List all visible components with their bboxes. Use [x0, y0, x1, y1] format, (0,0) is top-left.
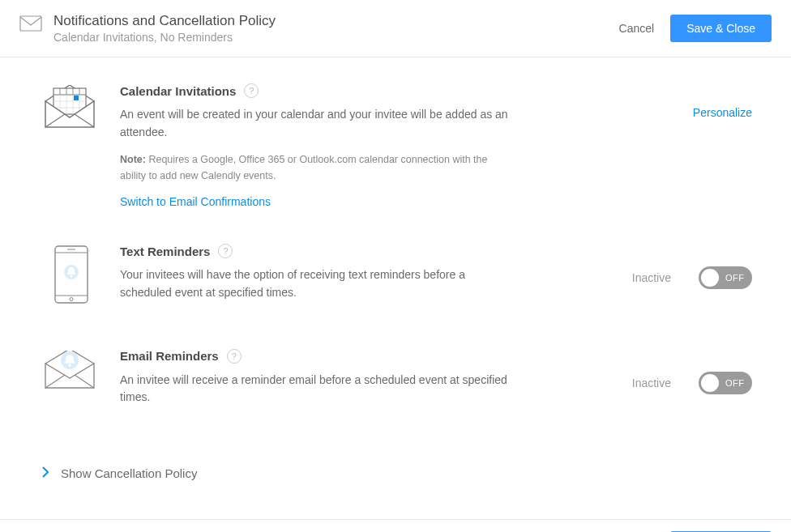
- section-controls: Personalize: [693, 83, 752, 208]
- section-heading: Email Reminders ?: [120, 349, 509, 364]
- section-calendar-invitations: Calendar Invitations ? An event will be …: [42, 83, 752, 208]
- section-note: Note: Requires a Google, Office 365 or O…: [120, 152, 509, 184]
- section-title: Email Reminders: [120, 349, 219, 363]
- help-icon[interactable]: ?: [218, 244, 233, 258]
- svg-point-24: [68, 364, 71, 367]
- status-text: Inactive: [632, 372, 671, 389]
- envelope-bell-icon: [42, 349, 100, 418]
- section-heading: Text Reminders ?: [120, 244, 509, 258]
- page-subtitle: Calendar Invitations, No Reminders: [53, 31, 619, 44]
- content: Calendar Invitations ? An event will be …: [0, 57, 791, 496]
- section-heading: Calendar Invitations ?: [120, 83, 509, 98]
- section-title: Calendar Invitations: [120, 84, 236, 98]
- text-reminders-toggle[interactable]: OFF: [699, 266, 752, 289]
- section-text-reminders: Text Reminders ? Your invitees will have…: [42, 244, 752, 313]
- page-title: Notifications and Cancellation Policy: [53, 13, 619, 29]
- section-title: Text Reminders: [120, 245, 210, 258]
- section-description: An event will be created in your calenda…: [120, 106, 509, 141]
- footer: Cancel Save & Close: [0, 519, 791, 532]
- section-controls: Inactive OFF: [632, 349, 752, 418]
- note-text: Requires a Google, Office 365 or Outlook…: [120, 154, 488, 181]
- chevron-right-icon: [42, 466, 49, 480]
- svg-rect-13: [74, 96, 79, 100]
- help-icon[interactable]: ?: [227, 349, 242, 364]
- help-icon[interactable]: ?: [244, 83, 259, 98]
- header-texts: Notifications and Cancellation Policy Ca…: [53, 13, 619, 44]
- toggle-label: OFF: [725, 378, 745, 388]
- section-controls: Inactive OFF: [632, 244, 752, 313]
- personalize-link[interactable]: Personalize: [693, 106, 752, 119]
- section-body: Calendar Invitations ? An event will be …: [120, 83, 509, 208]
- email-reminders-toggle[interactable]: OFF: [699, 372, 752, 394]
- cancel-button[interactable]: Cancel: [619, 22, 655, 35]
- calendar-envelope-icon: [42, 83, 100, 208]
- header: Notifications and Cancellation Policy Ca…: [0, 0, 791, 57]
- header-actions: Cancel Save & Close: [619, 15, 772, 42]
- envelope-icon: [19, 15, 42, 32]
- save-close-button[interactable]: Save & Close: [670, 15, 772, 42]
- phone-icon: [42, 244, 100, 313]
- show-cancellation-policy[interactable]: Show Cancellation Policy: [42, 466, 752, 480]
- section-body: Text Reminders ? Your invitees will have…: [120, 244, 509, 313]
- section-email-reminders: Email Reminders ? An invitee will receiv…: [42, 349, 752, 418]
- note-label: Note:: [120, 154, 146, 165]
- section-description: An invitee will receive a reminder email…: [120, 372, 509, 406]
- svg-rect-0: [20, 16, 41, 31]
- section-description: Your invitees will have the option of re…: [120, 266, 509, 301]
- svg-point-22: [71, 275, 73, 278]
- toggle-label: OFF: [725, 273, 745, 283]
- status-text: Inactive: [632, 266, 671, 284]
- toggle-knob: [701, 269, 719, 287]
- show-policy-label: Show Cancellation Policy: [61, 466, 197, 480]
- switch-to-email-link[interactable]: Switch to Email Confirmations: [120, 195, 271, 208]
- toggle-knob: [701, 374, 719, 392]
- section-body: Email Reminders ? An invitee will receiv…: [120, 349, 509, 418]
